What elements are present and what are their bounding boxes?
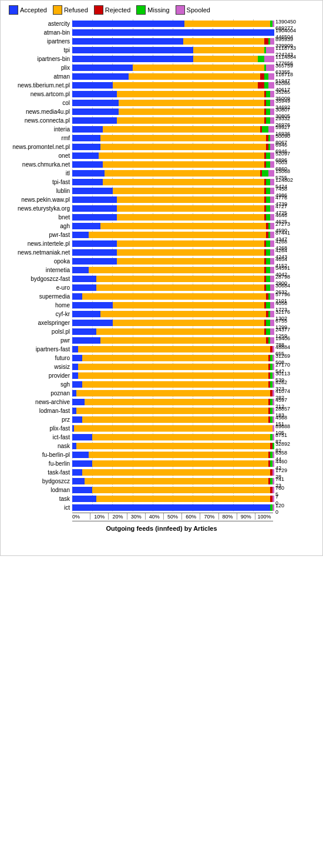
table-row: lodman-fast28857183 — [3, 406, 320, 415]
bar-segment-spooled — [270, 293, 274, 300]
x-tick: 100% — [255, 513, 273, 520]
bar-segment-refused — [193, 47, 264, 53]
bar-area: 306842632 — [72, 283, 274, 291]
bar-segment-refused — [100, 311, 266, 317]
table-row: news.netmaniak.net42644243 — [3, 248, 320, 256]
bar-segment-refused — [133, 65, 264, 71]
bar-segment-missing — [262, 126, 268, 133]
bar-segment-accepted — [72, 126, 103, 133]
bar-wrap — [72, 29, 274, 36]
bar-wrap — [72, 355, 274, 361]
row-label: tpi-fast — [3, 179, 72, 185]
row-label: news.intertele.pl — [3, 240, 72, 247]
table-row: wsisiz27170542 — [3, 362, 320, 371]
bar-segment-spooled — [268, 73, 274, 80]
table-row: news.connecta.pl2933226976 — [3, 116, 320, 124]
x-tick: 80% — [218, 513, 237, 520]
bar-wrap — [72, 284, 274, 291]
row-label: news.tiberium.net.pl — [3, 82, 72, 89]
bar-segment-missing — [266, 161, 270, 168]
bar-segment-refused — [76, 390, 270, 396]
table-row: opoka46544152 — [3, 257, 320, 265]
x-tick: 30% — [127, 513, 145, 520]
legend-item-refused: Refused — [53, 5, 88, 15]
bar-segment-spooled — [264, 56, 274, 62]
bar-segment-spooled — [272, 355, 274, 361]
bar-segment-refused — [100, 135, 266, 141]
bar-wrap — [72, 487, 274, 493]
bar-wrap — [72, 381, 274, 388]
table-row: bydgoszcz74123 — [3, 477, 320, 485]
bar-wrap — [72, 214, 274, 221]
bar-segment-refused — [92, 434, 270, 440]
bar-area: 243771259 — [72, 327, 274, 335]
bar-segment-refused — [85, 399, 268, 405]
bar-area: 74123 — [72, 477, 274, 485]
bar-segment-missing — [266, 284, 270, 291]
bar-wrap — [72, 372, 274, 379]
table-row: axelspringer67551299 — [3, 318, 320, 327]
bar-segment-spooled — [270, 38, 274, 45]
bar-area: 287982900 — [72, 274, 274, 283]
bar-area: 47274725 — [72, 204, 274, 212]
bar-segment-accepted — [72, 170, 105, 177]
bar-segment-missing — [266, 276, 270, 282]
bar-segment-accepted — [72, 267, 89, 273]
bar-wrap — [72, 320, 274, 326]
bar-segment-accepted — [72, 381, 82, 388]
row-label: nask — [3, 443, 72, 449]
row-label: news.media4u.pl — [3, 108, 72, 115]
table-row: task70 — [3, 494, 320, 503]
bar-area: 3526535009 — [72, 90, 274, 98]
bar-area: 41074282 — [72, 389, 274, 397]
bar-segment-accepted — [72, 196, 117, 203]
bar-segment-refused — [85, 478, 268, 484]
row-label: task — [3, 496, 72, 502]
bar-segment-missing — [266, 91, 270, 97]
bar-wrap — [72, 65, 274, 71]
bar-segment-spooled — [272, 416, 274, 423]
bar-segment-refused — [92, 487, 270, 493]
bar-segment-missing — [266, 205, 270, 212]
bar-segment-refused — [89, 267, 264, 273]
row-label: plix-fast — [3, 425, 72, 432]
bar-segment-accepted — [72, 117, 117, 124]
bar-segment-refused — [117, 91, 264, 97]
bar-segment-missing — [266, 240, 270, 247]
bar-segment-spooled — [272, 21, 274, 27]
bar-segment-refused — [100, 337, 266, 344]
bar-wrap — [72, 276, 274, 282]
bar-segment-spooled — [272, 469, 274, 476]
bar-area: 8262323 — [72, 380, 274, 388]
row-label: news.netmaniak.net — [3, 249, 72, 256]
bar-segment-spooled — [270, 179, 274, 185]
table-row: plix36575963355 — [3, 63, 320, 72]
row-label: news.chmurka.net — [3, 161, 72, 168]
bar-values: 1200 — [275, 503, 284, 516]
bar-segment-spooled — [270, 144, 274, 150]
bar-segment-accepted — [72, 390, 76, 396]
bar-segment-accepted — [72, 188, 113, 194]
bar-segment-accepted — [72, 399, 85, 405]
row-label: axelspringer — [3, 320, 72, 326]
row-label: plix — [3, 65, 72, 71]
bar-segment-refused — [82, 355, 268, 361]
bar-segment-accepted — [72, 460, 92, 467]
bar-segment-accepted — [72, 443, 76, 449]
bar-segment-spooled — [270, 328, 274, 335]
bar-segment-refused — [92, 460, 268, 467]
bar-segment-spooled — [272, 478, 274, 484]
row-label: col — [3, 100, 72, 106]
bar-segment-spooled — [270, 205, 274, 212]
table-row: plix-fast89688105 — [3, 424, 320, 432]
bar-segment-refused — [76, 443, 270, 449]
bar-segment-spooled — [272, 381, 274, 388]
bar-segment-missing — [262, 170, 268, 177]
bar-wrap — [72, 452, 274, 458]
bar-segment-rejected — [258, 82, 264, 89]
row-label: opoka — [3, 258, 72, 265]
bar-wrap — [72, 469, 274, 476]
bar-segment-accepted — [72, 144, 100, 150]
bar-segment-accepted — [72, 249, 117, 256]
row-label: lodman-fast — [3, 408, 72, 414]
